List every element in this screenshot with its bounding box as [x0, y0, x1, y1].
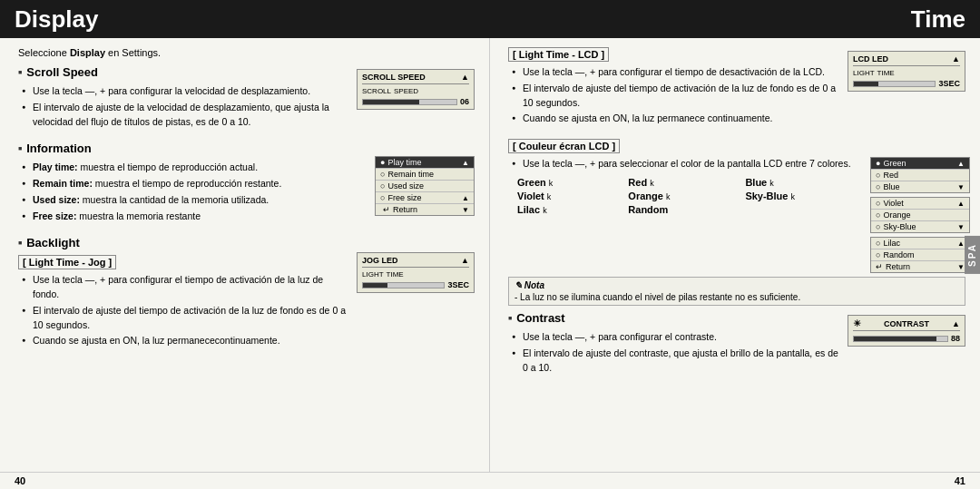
color-cell-green: Green k — [517, 177, 621, 188]
color-menu-group3: ○Lilac ▲ ○Random ↵Return ▼ — [870, 237, 970, 273]
color-diagrams: ●Green ▲ ○Red ○Blue ▼ ○Violet — [870, 157, 965, 273]
information-title: Information — [18, 142, 349, 155]
left-column: Seleccione Display en Settings. Scroll S… — [0, 38, 490, 472]
menu-item-orange: ○Orange — [871, 210, 969, 221]
contrast-diagram: ☀ CONTRAST ▲ 88 — [848, 311, 965, 380]
intro-text: Seleccione Display en Settings. — [18, 47, 475, 58]
page-number-left: 40 — [15, 475, 25, 486]
light-time-lcd-section: [ Light Time - LCD ] Use la tecla —, + p… — [508, 47, 965, 132]
contrast-text: Contrast Use la tecla —, + para configur… — [508, 311, 840, 380]
color-cell-red: Red k — [628, 177, 738, 188]
light-time-lcd-title: [ Light Time - LCD ] — [508, 47, 609, 62]
right-column: [ Light Time - LCD ] Use la tecla —, + p… — [490, 38, 980, 472]
diag-title: SCROLL SPEED — [362, 73, 426, 82]
color-cell-orange: Orange k — [628, 191, 738, 201]
information-text: Information Play time: muestra el tiempo… — [18, 142, 349, 229]
list-item: Free size: muestra la memoria restante — [22, 210, 349, 224]
menu-item-red: ○Red — [871, 170, 969, 181]
list-item: Use la tecla —, + para configurar el tie… — [22, 273, 349, 302]
information-section: Information Play time: muestra el tiempo… — [18, 142, 475, 229]
couleur-title: [ Couleur écran LCD ] — [508, 139, 620, 153]
scroll-speed-section: Scroll Speed Use la tecla —, + para conf… — [18, 65, 475, 134]
spa-tab: SPA — [965, 236, 980, 274]
jog-bar-track — [362, 282, 445, 289]
main-content: Seleccione Display en Settings. Scroll S… — [0, 38, 980, 472]
jog-diag-title: JOG LED — [362, 256, 398, 265]
color-menu-group1: ●Green ▲ ○Red ○Blue ▼ — [870, 157, 970, 193]
color-cell-violet: Violet k — [517, 191, 621, 201]
information-diagram: ●Play time ▲ ○Remain time ○Used size ○Fr… — [357, 142, 475, 229]
light-time-lcd-bullets: Use la tecla —, + para configurar el tie… — [508, 65, 840, 126]
list-item: Cuando se ajusta en ON, la luz permanece… — [512, 112, 840, 126]
list-item: El intervalo de ajuste del tiempo de act… — [512, 82, 840, 111]
list-item: Remain time: muestra el tiempo de reprod… — [22, 177, 349, 191]
couleur-bullets: Use la tecla —, + para seleccionar el co… — [508, 157, 863, 171]
contrast-title: Contrast — [508, 311, 840, 325]
couleur-section: [ Couleur écran LCD ] Use la tecla —, + … — [508, 139, 965, 273]
contrast-diag-icon: ☀ — [853, 318, 861, 328]
color-cell-random: Random — [628, 204, 738, 215]
color-cell-lilac: Lilac k — [517, 204, 621, 215]
backlight-diagram: JOG LED ▲ LIGHT TIME 3SEC — [357, 236, 475, 354]
diag-sub-right: SPEED — [394, 87, 418, 95]
page-number-right: 41 — [955, 475, 965, 486]
contrast-bullets: Use la tecla —, + para configurar el con… — [508, 330, 840, 375]
backlight-bullets: Use la tecla —, + para configurar el tie… — [18, 273, 349, 348]
header-display-title: Display — [15, 5, 99, 34]
menu-item-remain-time: ○Remain time — [376, 169, 474, 181]
backlight-title: Backlight — [18, 236, 349, 249]
jog-diag-arrow: ▲ — [461, 256, 469, 265]
light-time-lcd-text: [ Light Time - LCD ] Use la tecla —, + p… — [508, 47, 848, 132]
diag-value: 06 — [460, 97, 469, 106]
menu-item-return: ↵Return ▼ — [376, 204, 474, 215]
page-header: Display Time — [0, 0, 980, 38]
list-item: Use la tecla —, + para configurar el con… — [512, 330, 840, 345]
list-item: Use la tecla —, + para configurar el tie… — [512, 65, 840, 80]
scroll-speed-text: Scroll Speed Use la tecla —, + para conf… — [18, 65, 349, 134]
contrast-diag-title: CONTRAST — [884, 319, 929, 328]
menu-item-free-size: ○Free size ▲ — [376, 192, 474, 204]
list-item: El intervalo de ajuste del tiempo de act… — [22, 304, 349, 333]
color-menu-group2: ○Violet ▲ ○Orange ○Sky-Blue ▼ — [870, 197, 970, 233]
contrast-section: Contrast Use la tecla —, + para configur… — [508, 311, 965, 380]
menu-item-random: ○Random — [871, 249, 969, 261]
information-bullets: Play time: muestra el tiempo de reproduc… — [18, 161, 349, 223]
list-item: Cuando se ajusta en ON, la luz permanece… — [22, 334, 349, 348]
backlight-text: Backlight [ Light Time - Jog ] Use la te… — [18, 236, 349, 354]
diag-bar-track — [362, 99, 457, 105]
menu-item-lilac: ○Lilac ▲ — [871, 238, 969, 249]
nota-title: ✎ Nota — [514, 280, 959, 290]
list-item: Use la tecla —, + para seleccionar el co… — [512, 157, 863, 171]
jog-bar-fill — [363, 283, 387, 288]
diag-arrow-up: ▲ — [461, 73, 469, 82]
header-time-title: Time — [911, 5, 965, 34]
couleur-content: Use la tecla —, + para seleccionar el co… — [508, 157, 965, 273]
menu-item-blue: ○Blue ▼ — [871, 181, 969, 192]
list-item: El intervalo de ajuste del contraste, qu… — [512, 347, 840, 376]
menu-item-play-time: ●Play time ▲ — [376, 157, 474, 169]
list-item: Use la tecla —, + para configurar la vel… — [22, 84, 349, 99]
list-item: Play time: muestra el tiempo de reproduc… — [22, 161, 349, 175]
scroll-speed-diagram: SCROLL SPEED ▲ SCROLL SPEED 06 — [357, 65, 475, 134]
nota-text: - La luz no se ilumina cuando el nivel d… — [514, 292, 959, 302]
list-item: El intervalo de ajuste de la velocidad d… — [22, 101, 349, 130]
nota-section: ✎ Nota - La luz no se ilumina cuando el … — [508, 277, 965, 306]
scroll-speed-title: Scroll Speed — [18, 65, 349, 79]
color-cell-skyblue: Sky-Blue k — [745, 191, 863, 201]
couleur-text: Use la tecla —, + para seleccionar el co… — [508, 157, 863, 273]
menu-item-skyblue: ○Sky-Blue ▼ — [871, 221, 969, 232]
display-bold: Display — [70, 47, 105, 58]
scroll-speed-bullets: Use la tecla —, + para configurar la vel… — [18, 84, 349, 129]
menu-item-return: ↵Return ▼ — [871, 261, 969, 272]
light-time-lcd-diagram: LCD LED ▲ LIGHT TIME 3SEC — [848, 47, 965, 132]
backlight-subsection: [ Light Time - Jog ] — [18, 255, 116, 269]
jog-diag-value: 3SEC — [447, 280, 469, 289]
page-footer: 40 41 — [0, 472, 980, 489]
diag-bar-fill — [363, 100, 419, 104]
backlight-section: Backlight [ Light Time - Jog ] Use la te… — [18, 236, 475, 354]
color-grid: Green k Red k Blue k Violet k Orange k S… — [517, 177, 863, 215]
menu-item-green-selected: ●Green ▲ — [871, 158, 969, 170]
diag-sub-left: SCROLL — [362, 87, 391, 95]
list-item: Used size: muestra la cantidad de la mem… — [22, 193, 349, 208]
color-cell-blue: Blue k — [745, 177, 863, 188]
